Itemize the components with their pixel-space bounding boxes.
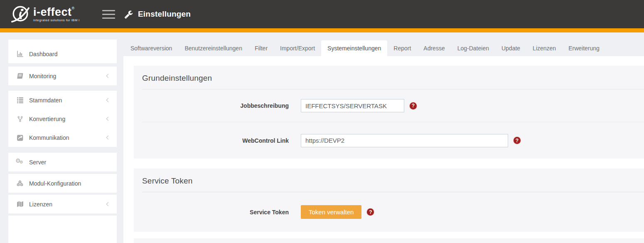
sidebar-item-label: Lizenzen	[29, 201, 52, 208]
app-root: i-effect® integrated solutions for IBM i…	[0, 0, 644, 243]
sidebar-item-lizenzen[interactable]: Lizenzen	[8, 195, 117, 213]
sidebar-item-label: Modul-Konfiguration	[29, 180, 81, 187]
sidebar-item-monitoring[interactable]: Monitoring	[8, 67, 117, 85]
webcontrol-link-input[interactable]	[301, 134, 508, 147]
sidebar-group: Monitoring	[8, 67, 117, 85]
journal-icon	[15, 72, 25, 79]
tab-update[interactable]: Update	[495, 40, 526, 56]
chevron-left-icon	[106, 202, 111, 206]
map-icon	[15, 201, 25, 208]
content-panel: GrundeinstellungenJobbeschreibung?WebCon…	[123, 56, 644, 243]
sidebar-group: ⚙⚙Server	[8, 153, 117, 171]
sidebar-item-konvertierung[interactable]: Konvertierung	[8, 109, 117, 128]
accent-bar	[0, 28, 644, 32]
registered-mark: ®	[72, 6, 75, 10]
section-grundeinstellungen: GrundeinstellungenJobbeschreibung?WebCon…	[134, 66, 644, 159]
wrench-icon	[124, 10, 133, 19]
header: i-effect® integrated solutions for IBM i…	[0, 0, 644, 28]
tab-bar: SoftwareversionBenutzereinstellungenFilt…	[123, 40, 644, 56]
sidebar-item-label: Kommunikation	[29, 134, 69, 141]
tab-lizenzen[interactable]: Lizenzen	[526, 40, 562, 56]
tab-filter[interactable]: Filter	[248, 40, 274, 56]
form-row: WebControl Link?	[142, 122, 644, 159]
field-label: WebControl Link	[142, 137, 289, 144]
tab-erweiterung[interactable]: Erweiterung	[562, 40, 606, 56]
tab-softwareversion[interactable]: Softwareversion	[124, 40, 178, 56]
tab-log-dateien[interactable]: Log-Dateien	[451, 40, 495, 56]
sidebar-group: StammdatenKonvertierungKommunikation	[8, 91, 117, 147]
share-icon	[15, 134, 25, 141]
sidebar-item-label: Stammdaten	[29, 97, 62, 104]
i-effect-logo-icon	[11, 4, 30, 25]
sidebar-item-label: Dashboard	[29, 51, 58, 57]
help-icon[interactable]: ?	[514, 137, 521, 144]
sidebar-item-stammdaten[interactable]: Stammdaten	[8, 91, 117, 109]
sidebar-item-kommunikation[interactable]: Kommunikation	[8, 128, 117, 147]
form-row: Service TokenToken verwalten?	[142, 192, 644, 232]
sidebar-item-label: Konvertierung	[29, 116, 65, 122]
section-title: Grundeinstellungen	[142, 74, 644, 83]
tab-benutzereinstellungen[interactable]: Benutzereinstellungen	[178, 40, 248, 56]
app-logo[interactable]: i-effect® integrated solutions for IBM i	[11, 4, 80, 25]
tab-adresse[interactable]: Adresse	[417, 40, 451, 56]
sidebar-group: Modul-Konfiguration	[8, 174, 117, 193]
section-title: Service Token	[142, 176, 644, 186]
gears-icon: ⚙⚙	[15, 159, 25, 166]
field-label: Service Token	[142, 209, 289, 216]
section-header: Service Token	[142, 169, 644, 192]
section-header: Grundeinstellungen	[142, 66, 644, 89]
tab-report[interactable]: Report	[387, 40, 417, 56]
jobbeschreibung-input[interactable]	[301, 99, 404, 112]
page-title: Einstellungen	[138, 10, 191, 19]
sidebar-group: Lizenzen	[8, 195, 117, 213]
sidebar-item-server[interactable]: ⚙⚙Server	[8, 153, 117, 171]
chevron-left-icon	[106, 98, 111, 102]
tab-import-export[interactable]: Import/Export	[274, 40, 321, 56]
sidebar: DashboardMonitoringStammdatenKonvertieru…	[8, 40, 117, 243]
list-icon	[15, 97, 25, 104]
menu-toggle-button[interactable]	[102, 10, 115, 19]
sidebar-item-modul-konfiguration[interactable]: Modul-Konfiguration	[8, 174, 117, 193]
main-area: SoftwareversionBenutzereinstellungenFilt…	[123, 32, 644, 243]
hamburger-icon	[102, 10, 115, 11]
chevron-left-icon	[106, 117, 111, 121]
page-head: Einstellungen	[124, 0, 191, 28]
code-fork-icon	[15, 116, 25, 122]
sidebar-group: Dashboard	[8, 40, 117, 63]
sidebar-filler	[8, 216, 117, 243]
brand-text: i-effect® integrated solutions for IBM i	[33, 7, 80, 22]
brand-name: i-effect	[33, 6, 72, 18]
sidebar-item-label: Monitoring	[29, 73, 56, 79]
token-verwalten-button[interactable]: Token verwalten	[301, 205, 361, 219]
help-icon[interactable]: ?	[410, 102, 417, 109]
sidebar-item-label: Server	[29, 159, 46, 166]
brand-tagline: integrated solutions for IBM i	[33, 18, 80, 22]
cubes-icon	[15, 180, 25, 187]
form-row: Jobbeschreibung?	[142, 89, 644, 122]
tab-systemeinstellungen[interactable]: Systemeinstellungen	[321, 40, 387, 56]
next-section-partial	[134, 238, 644, 243]
help-icon[interactable]: ?	[367, 208, 374, 216]
section-service-token: Service TokenService TokenToken verwalte…	[134, 169, 644, 232]
bar-chart-icon	[15, 50, 25, 57]
chevron-left-icon	[106, 136, 111, 140]
chevron-left-icon	[106, 74, 111, 78]
sidebar-item-dashboard[interactable]: Dashboard	[8, 45, 117, 63]
field-label: Jobbeschreibung	[142, 102, 289, 109]
